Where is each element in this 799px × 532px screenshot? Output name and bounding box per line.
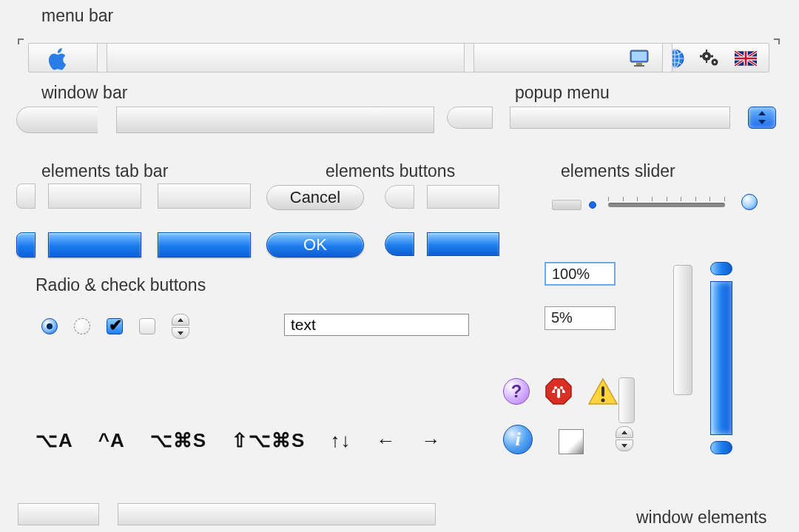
slider-min-marker <box>589 201 596 209</box>
window-bar-left-cap[interactable] <box>16 107 98 133</box>
label-radio-check: Radio & check buttons <box>36 275 206 295</box>
tab-left-cap-active[interactable] <box>16 232 36 257</box>
label-window-elements: window elements <box>636 508 766 528</box>
svg-rect-25 <box>557 388 560 398</box>
popup-body[interactable] <box>510 107 730 129</box>
image-well-icon[interactable] <box>559 429 584 454</box>
popup-menu <box>447 107 776 132</box>
svg-rect-9 <box>706 50 707 52</box>
popup-arrow-button[interactable] <box>748 107 776 129</box>
svg-rect-3 <box>634 65 644 67</box>
text-input[interactable] <box>284 314 469 336</box>
gears-icon[interactable] <box>699 47 721 70</box>
corner-marker <box>774 38 780 44</box>
shortcut-up-down: ↑↓ <box>330 429 351 452</box>
button-segment-inactive <box>385 185 499 209</box>
slider-min-well <box>552 200 581 210</box>
vertical-well <box>618 377 635 423</box>
shortcut-left: ← <box>376 429 396 452</box>
checkbox-unchecked[interactable] <box>139 318 155 334</box>
slider-thumb[interactable] <box>741 194 758 210</box>
button-cap-active[interactable] <box>385 232 414 256</box>
monitor-icon[interactable] <box>628 47 650 70</box>
window-element-left[interactable] <box>18 503 99 525</box>
corner-marker <box>18 38 24 44</box>
button-cap[interactable] <box>385 185 414 209</box>
tab-segment[interactable] <box>48 183 141 209</box>
menu-bar-strip <box>28 43 769 73</box>
svg-point-8 <box>705 55 708 58</box>
field-100pct[interactable]: 100% <box>545 262 616 286</box>
warning-icon[interactable] <box>587 377 618 405</box>
apple-menu-icon[interactable] <box>48 47 70 72</box>
vertical-scrollbar-blue[interactable] <box>710 262 732 454</box>
vertical-scrollbar-gray[interactable] <box>673 265 692 395</box>
button-body[interactable] <box>427 185 499 209</box>
label-elements-buttons: elements buttons <box>326 161 455 181</box>
menubar-divider <box>662 44 672 72</box>
shortcut-ctrl-a: ^A <box>98 429 125 452</box>
help-icon[interactable]: ? <box>503 378 530 405</box>
stepper-up-button[interactable] <box>172 314 189 326</box>
slider-ticks <box>608 197 725 201</box>
stepper-small[interactable] <box>616 426 633 451</box>
menu-bar <box>18 38 780 73</box>
shortcut-opt-cmd-s: ⌥⌘S <box>150 429 206 452</box>
window-bar <box>16 107 434 133</box>
tab-bar-inactive <box>16 183 251 209</box>
vbar-cap-top[interactable] <box>710 262 732 275</box>
cancel-button[interactable]: Cancel <box>266 185 364 210</box>
popup-left-cap[interactable] <box>447 107 493 129</box>
flag-uk-icon[interactable] <box>735 47 757 70</box>
radio-unselected[interactable] <box>74 318 90 334</box>
menubar-divider <box>464 44 474 72</box>
tab-left-cap[interactable] <box>16 183 36 209</box>
stepper-down-button[interactable] <box>616 440 633 451</box>
svg-point-18 <box>714 61 716 64</box>
radio-selected[interactable] <box>41 318 58 334</box>
label-elements-tab-bar: elements tab bar <box>41 161 168 181</box>
svg-rect-23 <box>735 58 757 60</box>
window-bar-body[interactable] <box>116 107 434 133</box>
label-window-bar: window bar <box>41 83 127 103</box>
menubar-divider <box>97 44 107 72</box>
shortcut-opt-a: ⌥A <box>36 429 73 452</box>
vbar-body[interactable] <box>710 281 732 435</box>
shortcut-right: → <box>421 429 441 452</box>
label-menu-bar: menu bar <box>41 6 113 26</box>
svg-point-27 <box>560 386 563 389</box>
svg-rect-1 <box>632 52 647 61</box>
window-element-body[interactable] <box>118 503 436 525</box>
slider[interactable] <box>552 192 774 215</box>
svg-point-26 <box>554 386 557 389</box>
button-segment-active <box>385 232 499 256</box>
button-body-active[interactable] <box>427 232 499 256</box>
tab-segment-active[interactable] <box>158 232 251 257</box>
stepper[interactable] <box>172 314 189 339</box>
svg-point-30 <box>601 399 605 403</box>
svg-rect-10 <box>706 61 707 63</box>
shortcut-shift-opt-cmd-s: ⇧⌥⌘S <box>232 429 305 452</box>
slider-track[interactable] <box>608 203 725 207</box>
field-5pct[interactable]: 5% <box>545 306 616 330</box>
ok-button[interactable]: OK <box>266 232 364 257</box>
tab-segment-active[interactable] <box>48 232 141 257</box>
window-elements-bar <box>18 503 436 529</box>
stepper-down-button[interactable] <box>172 327 189 339</box>
label-popup-menu: popup menu <box>515 83 610 103</box>
tab-bar-active <box>16 232 251 257</box>
vbar-cap-bottom[interactable] <box>710 441 732 454</box>
checkbox-checked[interactable] <box>107 318 123 334</box>
stepper-up-button[interactable] <box>616 426 633 438</box>
info-icon[interactable]: i <box>503 425 533 454</box>
keyboard-shortcuts-row: ⌥A ^A ⌥⌘S ⇧⌥⌘S ↑↓ ← → <box>36 429 441 452</box>
svg-rect-29 <box>601 386 604 397</box>
stop-icon[interactable] <box>545 377 573 405</box>
label-elements-slider: elements slider <box>561 161 675 181</box>
tab-segment[interactable] <box>158 183 251 209</box>
svg-rect-2 <box>636 63 642 65</box>
